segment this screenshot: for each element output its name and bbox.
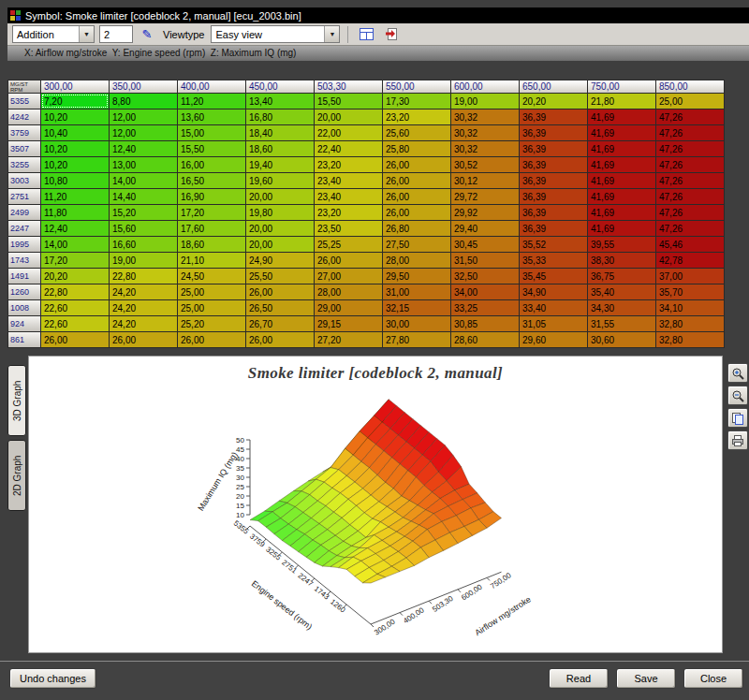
map-cell[interactable]: 10,20 [41,109,109,124]
map-cell[interactable]: 14,00 [41,237,109,252]
map-cell[interactable]: 24,20 [110,316,177,331]
map-cell[interactable]: 15,50 [178,141,245,156]
tab-2d-graph[interactable]: 2D Graph [7,440,26,511]
map-cell[interactable]: 15,50 [315,94,382,109]
map-cell[interactable]: 26,00 [383,205,450,220]
map-cell[interactable]: 29,15 [315,316,382,331]
map-cell[interactable]: 47,26 [656,125,724,140]
map-cell[interactable]: 26,00 [246,332,314,347]
map-cell[interactable]: 31,05 [520,316,587,331]
map-cell[interactable]: 11,20 [41,189,109,204]
col-header[interactable]: 600,00 [451,80,519,93]
map-cell[interactable]: 12,40 [110,141,177,156]
map-cell[interactable]: 28,00 [315,284,382,299]
map-cell[interactable]: 26,80 [383,221,450,236]
map-cell[interactable]: 34,90 [520,284,587,299]
map-cell[interactable]: 36,39 [520,221,587,236]
zoom-out-button[interactable] [727,386,748,405]
map-cell[interactable]: 15,60 [110,221,177,236]
col-header[interactable]: 850,00 [656,80,724,93]
map-cell[interactable]: 35,33 [520,253,587,268]
close-button[interactable]: Close [683,668,743,689]
undo-button[interactable]: Undo changes [9,668,96,689]
map-cell[interactable]: 12,00 [110,109,177,124]
map-cell[interactable]: 29,50 [383,269,450,284]
map-cell[interactable]: 25,50 [246,269,314,284]
map-cell[interactable]: 20,00 [246,237,314,252]
row-header[interactable]: 1491 [8,269,40,284]
map-cell[interactable]: 45,46 [656,237,724,252]
map-cell[interactable]: 47,26 [656,221,724,236]
map-cell[interactable]: 26,00 [383,173,450,188]
import-map-button[interactable] [381,25,402,43]
map-cell[interactable]: 20,20 [41,269,109,284]
map-cell[interactable]: 30,32 [451,109,519,124]
col-header[interactable]: 650,00 [520,80,587,93]
map-cell[interactable]: 23,40 [315,189,382,204]
map-cell[interactable]: 26,00 [246,284,314,299]
map-cell[interactable]: 26,00 [110,332,177,347]
map-cell[interactable]: 11,80 [41,205,109,220]
map-cell[interactable]: 41,69 [588,125,655,140]
map-cell[interactable]: 32,15 [383,300,450,315]
map-cell[interactable]: 28,00 [383,253,450,268]
map-cell[interactable]: 10,20 [41,141,109,156]
col-header[interactable]: 350,00 [110,80,177,93]
map-cell[interactable]: 47,26 [656,173,724,188]
map-cell[interactable]: 26,00 [178,332,245,347]
save-button[interactable]: Save [616,668,676,689]
surface-plot[interactable]: 101520253035404550Maximum IQ (mg)5355375… [34,385,717,643]
map-cell[interactable]: 30,52 [451,157,519,172]
map-cell[interactable]: 41,69 [588,205,655,220]
map-cell[interactable]: 25,20 [178,316,245,331]
map-cell[interactable]: 22,60 [41,300,109,315]
map-cell[interactable]: 23,20 [315,205,382,220]
map-cell[interactable]: 30,12 [451,173,519,188]
map-cell[interactable]: 24,90 [246,253,314,268]
map-cell[interactable]: 16,80 [246,109,314,124]
row-header[interactable]: 3003 [8,173,40,188]
map-cell[interactable]: 36,39 [520,157,587,172]
map-cell[interactable]: 30,60 [588,332,655,347]
map-cell[interactable]: 17,30 [383,94,450,109]
map-cell[interactable]: 20,00 [315,109,382,124]
map-cell[interactable]: 30,32 [451,141,519,156]
row-header[interactable]: 924 [8,316,40,331]
map-cell[interactable]: 35,52 [520,237,587,252]
map-cell[interactable]: 27,50 [383,237,450,252]
map-cell[interactable]: 22,40 [315,141,382,156]
map-cell[interactable]: 24,20 [110,284,177,299]
map-cell[interactable]: 34,30 [588,300,655,315]
row-header[interactable]: 3255 [8,157,40,172]
row-header[interactable]: 1260 [8,284,40,299]
map-cell[interactable]: 30,32 [451,125,519,140]
map-cell[interactable]: 36,39 [520,125,587,140]
map-cell[interactable]: 16,90 [178,189,245,204]
operand-input[interactable] [99,25,133,43]
map-cell[interactable]: 35,40 [588,284,655,299]
map-cell[interactable]: 13,60 [178,109,245,124]
row-header[interactable]: 2499 [8,205,40,220]
map-cell[interactable]: 20,00 [246,189,314,204]
row-header[interactable]: 1995 [8,237,40,252]
map-cell[interactable]: 23,20 [315,157,382,172]
map-cell[interactable]: 17,20 [41,253,109,268]
map-cell[interactable]: 30,45 [451,237,519,252]
map-cell[interactable]: 25,25 [315,237,382,252]
map-cell[interactable]: 20,20 [520,94,587,109]
grid-view-button[interactable] [356,25,376,43]
apply-pen-button[interactable]: ✎ [138,25,156,43]
map-cell[interactable]: 47,26 [656,157,724,172]
col-header[interactable]: 503,30 [315,80,382,93]
map-cell[interactable]: 25,60 [383,125,450,140]
map-cell[interactable]: 47,26 [656,141,724,156]
map-cell[interactable]: 15,20 [110,205,177,220]
map-cell[interactable]: 32,50 [451,269,519,284]
map-cell[interactable]: 47,26 [656,205,724,220]
map-cell[interactable]: 13,00 [110,157,177,172]
map-cell[interactable]: 21,80 [588,94,655,109]
map-cell[interactable]: 26,50 [246,300,314,315]
map-cell[interactable]: 27,20 [315,332,382,347]
map-cell[interactable]: 34,10 [656,300,724,315]
map-cell[interactable]: 31,50 [451,253,519,268]
